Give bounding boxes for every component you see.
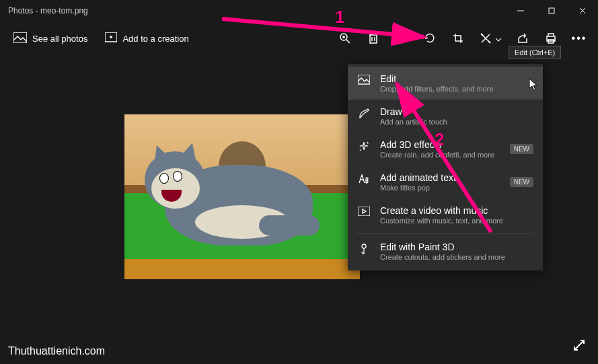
menu-desc: Create rain, add confetti, and more [380,151,500,159]
image-viewport[interactable] [124,114,360,279]
menu-item-paint3d[interactable]: Edit with Paint 3D Create cutouts, add s… [348,235,543,268]
menu-title: Edit with Paint 3D [380,242,533,252]
edit-creative-button[interactable] [474,26,507,50]
window-controls [505,0,598,22]
edit-image-icon [357,73,371,85]
title-bar: Photos - meo-tom.png [0,0,598,22]
menu-item-draw[interactable]: Draw Add an artistic touch [348,100,543,133]
svg-rect-0 [549,8,554,13]
add-to-creation-button[interactable]: Add to a creation [98,26,195,50]
menu-item-video-music[interactable]: Create a video with music Customize with… [348,198,543,231]
menu-divider [356,233,535,233]
add-creation-label: Add to a creation [122,34,188,44]
svg-rect-6 [358,207,370,216]
menu-item-3d-effects[interactable]: Add 3D effects Create rain, add confetti… [348,133,543,166]
mouse-cursor-icon [529,78,538,92]
annotation-number-2: 2 [435,129,444,150]
edit-tooltip: Edit (Ctrl+E) [509,46,561,59]
delete-button[interactable] [361,26,385,50]
menu-title: Draw [380,106,533,117]
more-button[interactable]: ••• [567,26,591,50]
new-badge: NEW [510,144,533,154]
fullscreen-button[interactable] [572,338,586,355]
menu-desc: Make titles pop [380,184,500,192]
menu-item-animated-text[interactable]: Add animated text Make titles pop NEW [348,166,543,198]
paint3d-icon [357,242,371,255]
new-badge: NEW [510,177,533,187]
watermark-text: Thuthuattienich.com [8,345,105,357]
chevron-down-icon [496,32,501,44]
menu-title: Add animated text [380,172,500,183]
video-icon [357,205,371,216]
menu-desc: Create cutouts, add stickers and more [380,253,533,261]
animated-text-icon [357,172,371,184]
see-all-photos-button[interactable]: See all photos [7,26,94,50]
maximize-button[interactable] [536,0,567,22]
edit-dropdown-menu: Edit Crop, add filters, effects, and mor… [348,64,543,270]
crop-button[interactable] [446,26,470,50]
close-button[interactable] [567,0,598,22]
window-title: Photos - meo-tom.png [8,6,505,15]
sparkle-icon [357,139,371,153]
menu-title: Edit [380,73,533,84]
menu-desc: Customize with music, text, and more [380,217,533,225]
photos-icon [13,32,27,45]
see-all-label: See all photos [32,34,87,44]
rotate-button[interactable] [418,26,442,50]
zoom-button[interactable] [333,26,357,50]
draw-icon [357,106,371,120]
annotation-number-1: 1 [335,7,344,28]
add-creation-icon [105,32,117,45]
minimize-button[interactable] [505,0,536,22]
menu-desc: Add an artistic touch [380,118,533,126]
menu-desc: Crop, add filters, effects, and more [380,85,533,93]
menu-title: Create a video with music [380,205,533,216]
menu-item-edit[interactable]: Edit Crop, add filters, effects, and mor… [348,67,543,100]
favorite-button[interactable] [389,26,414,50]
